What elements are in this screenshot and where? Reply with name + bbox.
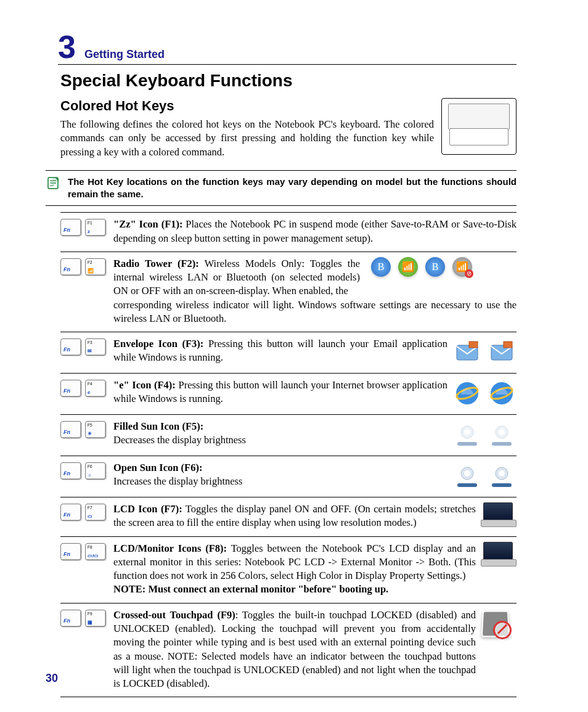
entry-description: "Zz" Icon (F1): Places the Notebook PC i… bbox=[113, 218, 517, 245]
key-combo: FnF7▭ bbox=[60, 502, 108, 521]
mail-icon bbox=[452, 337, 482, 367]
fn-key-icon: Fn bbox=[60, 462, 81, 480]
entry-description: Crossed-out Touchpad (F9): Toggles the b… bbox=[113, 608, 476, 691]
key-combo: FnF2📶 bbox=[60, 257, 108, 276]
wireless-status-icons: B📶B📶⊘ bbox=[371, 257, 472, 277]
svg-point-16 bbox=[464, 470, 470, 477]
entry-lead: Radio Tower (F2): bbox=[113, 258, 199, 269]
entry-lead: "e" Icon (F4): bbox=[113, 379, 176, 391]
hotkey-entry: FnF6☼Open Sun Icon (F6):Increases the di… bbox=[60, 456, 517, 497]
ie-icon bbox=[487, 379, 517, 408]
svg-rect-17 bbox=[457, 483, 477, 487]
fkey-icon: F8▭/▭ bbox=[85, 543, 106, 560]
key-combo: FnF4e bbox=[60, 379, 108, 397]
svg-rect-14 bbox=[492, 442, 512, 446]
sun-dim-icon bbox=[487, 420, 517, 449]
svg-rect-11 bbox=[457, 442, 477, 446]
fkey-icon: F3✉ bbox=[85, 338, 106, 356]
note-text: The Hot Key locations on the function ke… bbox=[68, 176, 517, 201]
entry-body: Increases the display brightness bbox=[113, 475, 242, 487]
laptop-illustration bbox=[441, 98, 517, 155]
entry-description: Filled Sun Icon (F5):Decreases the displ… bbox=[113, 420, 447, 448]
hotkey-entry: FnF2📶Radio Tower (F2): Wireless Models O… bbox=[60, 252, 517, 332]
laptop-thumb bbox=[481, 502, 517, 527]
note-callout: The Hot Key locations on the function ke… bbox=[46, 170, 517, 207]
key-combo: FnF8▭/▭ bbox=[60, 542, 108, 560]
fkey-icon: F2📶 bbox=[85, 258, 106, 276]
key-combo: FnF3✉ bbox=[60, 337, 108, 356]
chapter-number: 3 bbox=[58, 31, 76, 63]
entry-description: LCD/Monitor Icons (F8): Toggles between … bbox=[113, 542, 476, 597]
chapter-title: Getting Started bbox=[84, 48, 165, 61]
svg-rect-20 bbox=[492, 483, 512, 487]
entry-lead: Envelope Icon (F3): bbox=[113, 338, 203, 350]
entry-body: Decreases the display brightness bbox=[113, 434, 246, 446]
wlan-on-icon: 📶 bbox=[398, 257, 418, 277]
entry-body-part2: corresponding wireless indicator will li… bbox=[113, 299, 517, 324]
entry-body: : Toggles the built-in touchpad LOCKED (… bbox=[113, 609, 476, 689]
fkey-icon: F4e bbox=[85, 380, 106, 397]
hotkey-entry: FnF3✉Envelope Icon (F3): Pressing this b… bbox=[60, 332, 517, 373]
hotkey-entry: FnF1z"Zz" Icon (F1): Places the Notebook… bbox=[60, 212, 517, 252]
intro-paragraph: The following defines the colored hot ke… bbox=[60, 118, 434, 159]
entry-lead: "Zz" Icon (F1): bbox=[113, 218, 182, 230]
sun-dim-icon bbox=[452, 420, 482, 449]
entry-description: Open Sun Icon (F6):Increases the display… bbox=[113, 461, 447, 489]
fkey-icon: F1z bbox=[85, 219, 106, 236]
entry-description: Envelope Icon (F3): Pressing this button… bbox=[113, 337, 447, 365]
hotkey-entry: FnF5☀Filled Sun Icon (F5):Decreases the … bbox=[60, 414, 517, 456]
entry-description: LCD Icon (F7): Toggles the display panel… bbox=[113, 502, 476, 530]
entry-lead: Filled Sun Icon (F5): bbox=[113, 420, 447, 433]
svg-rect-4 bbox=[504, 342, 512, 348]
page-number: 30 bbox=[46, 672, 58, 685]
key-combo: FnF1z bbox=[60, 218, 108, 236]
wlan-off-icon: 📶⊘ bbox=[452, 257, 472, 277]
fn-key-icon: Fn bbox=[60, 380, 81, 397]
svg-point-10 bbox=[464, 429, 470, 435]
fn-key-icon: Fn bbox=[60, 219, 81, 236]
entry-description: Radio Tower (F2): Wireless Models Only: … bbox=[113, 257, 517, 325]
page-title: Special Keyboard Functions bbox=[60, 71, 517, 91]
svg-point-13 bbox=[499, 429, 505, 435]
fn-key-icon: Fn bbox=[60, 338, 81, 356]
fkey-icon: F9▦ bbox=[85, 610, 106, 627]
svg-point-19 bbox=[499, 470, 505, 477]
fkey-icon: F6☼ bbox=[85, 462, 106, 480]
section-heading: Colored Hot Keys bbox=[60, 98, 434, 114]
svg-rect-2 bbox=[469, 342, 478, 348]
fkey-icon: F7▭ bbox=[85, 504, 106, 521]
entry-description: "e" Icon (F4): Pressing this button will… bbox=[113, 379, 447, 406]
ie-icon bbox=[452, 379, 482, 408]
entry-lead: LCD Icon (F7): bbox=[113, 503, 182, 515]
fn-key-icon: Fn bbox=[60, 421, 81, 438]
laptop-thumb bbox=[481, 542, 517, 567]
key-combo: FnF6☼ bbox=[60, 461, 108, 480]
key-combo: FnF5☀ bbox=[60, 420, 108, 438]
mail-icon bbox=[487, 337, 517, 367]
hotkey-entry: FnF9▦Crossed-out Touchpad (F9): Toggles … bbox=[60, 603, 517, 698]
entry-lead: Open Sun Icon (F6): bbox=[113, 461, 447, 475]
hotkey-entry: FnF7▭LCD Icon (F7): Toggles the display … bbox=[60, 497, 517, 536]
fkey-icon: F5☀ bbox=[85, 421, 106, 438]
bluetooth-on-icon: B bbox=[371, 257, 391, 277]
touchpad-thumb bbox=[481, 608, 517, 638]
entry-note: NOTE: Must connect an external monitor "… bbox=[113, 583, 476, 596]
entry-lead: Crossed-out Touchpad (F9) bbox=[113, 609, 235, 621]
entry-lead: LCD/Monitor Icons (F8): bbox=[113, 542, 227, 554]
hotkey-entry: FnF4e"e" Icon (F4): Pressing this button… bbox=[60, 373, 517, 414]
sun-bright-icon bbox=[487, 461, 517, 491]
fn-key-icon: Fn bbox=[60, 504, 81, 521]
fn-key-icon: Fn bbox=[60, 543, 81, 560]
hotkey-list: FnF1z"Zz" Icon (F1): Places the Notebook… bbox=[60, 212, 517, 697]
chapter-header: 3 Getting Started bbox=[58, 31, 517, 65]
fn-key-icon: Fn bbox=[60, 258, 81, 276]
bluetooth-off-icon: B bbox=[425, 257, 445, 277]
key-combo: FnF9▦ bbox=[60, 608, 108, 627]
sun-bright-icon bbox=[452, 461, 482, 491]
fn-key-icon: Fn bbox=[60, 610, 81, 627]
note-icon bbox=[46, 176, 62, 193]
hotkey-entry: FnF8▭/▭LCD/Monitor Icons (F8): Toggles b… bbox=[60, 536, 517, 603]
